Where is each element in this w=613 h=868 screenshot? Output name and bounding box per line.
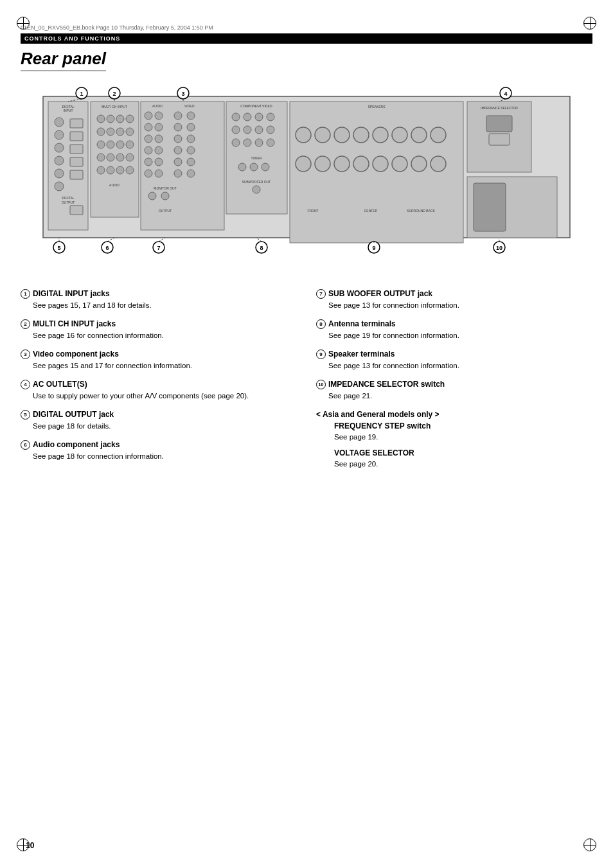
svg-point-22 bbox=[116, 115, 124, 123]
svg-point-56 bbox=[174, 112, 182, 120]
file-info: 01EN_00_RXV550_EB.book Page 10 Thursday,… bbox=[21, 24, 213, 31]
svg-text:9: 9 bbox=[372, 245, 375, 251]
svg-point-25 bbox=[107, 128, 114, 136]
svg-text:INPUT: INPUT bbox=[64, 109, 73, 112]
svg-text:AUDIO: AUDIO bbox=[152, 104, 163, 108]
volt-sel-title: VOLTAGE SELECTOR bbox=[334, 448, 592, 457]
svg-point-75 bbox=[244, 113, 251, 121]
svg-point-48 bbox=[145, 135, 152, 143]
item-5-label: DIGITAL OUTPUT jack bbox=[33, 410, 114, 419]
item-9-label: Speaker terminals bbox=[328, 350, 395, 359]
svg-point-91 bbox=[253, 186, 260, 193]
svg-text:4: 4 bbox=[504, 91, 507, 97]
svg-point-38 bbox=[116, 166, 124, 174]
svg-point-24 bbox=[97, 128, 105, 136]
svg-point-81 bbox=[267, 126, 274, 134]
corner-crosshair-tr bbox=[583, 17, 596, 30]
item-6-desc: See page 18 for connection information. bbox=[33, 451, 297, 461]
svg-point-99 bbox=[392, 127, 407, 143]
svg-point-44 bbox=[145, 112, 152, 120]
svg-point-29 bbox=[107, 141, 114, 148]
svg-text:CENTER: CENTER bbox=[364, 209, 378, 213]
freq-step-desc: See page 19. bbox=[334, 432, 592, 442]
svg-rect-41 bbox=[141, 102, 224, 230]
svg-point-31 bbox=[126, 141, 134, 148]
svg-point-45 bbox=[155, 112, 163, 120]
item-9: 9 Speaker terminals See page 13 for conn… bbox=[316, 350, 592, 371]
svg-rect-11 bbox=[70, 132, 83, 141]
item-10-desc: See page 21. bbox=[328, 391, 592, 401]
item-2: 2 MULTI CH INPUT jacks See page 16 for c… bbox=[21, 319, 297, 341]
svg-point-98 bbox=[373, 127, 388, 143]
svg-point-8 bbox=[55, 169, 64, 178]
svg-point-37 bbox=[107, 166, 114, 174]
svg-point-20 bbox=[97, 115, 105, 123]
svg-point-95 bbox=[315, 127, 330, 143]
svg-point-74 bbox=[232, 113, 240, 121]
svg-text:DIGITAL: DIGITAL bbox=[62, 196, 74, 200]
svg-point-79 bbox=[244, 126, 251, 134]
item-8-label: Antenna terminals bbox=[328, 319, 396, 328]
item-10-num: 10 bbox=[316, 380, 326, 389]
svg-point-46 bbox=[145, 123, 152, 131]
item-5-title: 5 DIGITAL OUTPUT jack bbox=[21, 410, 297, 420]
svg-text:10: 10 bbox=[496, 245, 502, 251]
svg-text:2: 2 bbox=[112, 91, 116, 97]
item-6-num: 6 bbox=[21, 440, 30, 450]
item-6: 6 Audio component jacks See page 18 for … bbox=[21, 440, 297, 461]
item-4-label: AC OUTLET(S) bbox=[33, 380, 87, 389]
svg-rect-14 bbox=[70, 170, 83, 179]
svg-point-101 bbox=[431, 127, 446, 143]
svg-point-96 bbox=[334, 127, 350, 143]
svg-point-64 bbox=[174, 158, 182, 166]
svg-point-6 bbox=[55, 143, 64, 152]
corner-crosshair-br bbox=[583, 838, 596, 851]
svg-point-47 bbox=[155, 123, 163, 131]
section-title: Rear panel bbox=[21, 49, 106, 71]
svg-point-52 bbox=[145, 158, 152, 166]
svg-rect-92 bbox=[290, 102, 463, 243]
item-2-num: 2 bbox=[21, 319, 30, 329]
item-9-num: 9 bbox=[316, 350, 326, 359]
item-7-desc: See page 13 for connection information. bbox=[328, 300, 592, 310]
item-5: 5 DIGITAL OUTPUT jack See page 18 for de… bbox=[21, 410, 297, 431]
content-area: 1 DIGITAL INPUT jacks See pages 15, 17 a… bbox=[21, 289, 592, 836]
svg-text:SURROUND BACK: SURROUND BACK bbox=[407, 209, 436, 213]
item-4: 4 AC OUTLET(S) Use to supply power to yo… bbox=[21, 380, 297, 401]
svg-point-63 bbox=[187, 146, 195, 154]
svg-rect-12 bbox=[70, 145, 83, 154]
svg-point-80 bbox=[255, 126, 263, 134]
svg-point-94 bbox=[296, 127, 311, 143]
svg-text:7: 7 bbox=[157, 245, 160, 251]
svg-point-50 bbox=[145, 146, 152, 154]
svg-text:1: 1 bbox=[80, 91, 83, 97]
svg-point-82 bbox=[232, 139, 240, 146]
svg-line-145 bbox=[159, 238, 165, 242]
svg-point-27 bbox=[126, 128, 134, 136]
svg-point-26 bbox=[116, 128, 124, 136]
svg-point-88 bbox=[250, 163, 258, 171]
svg-rect-115 bbox=[486, 116, 512, 132]
rear-panel-diagram: DIGITAL INPUT DIGITAL OUTPUT MULTI CH IN… bbox=[21, 71, 592, 276]
svg-point-104 bbox=[334, 156, 350, 172]
svg-point-57 bbox=[187, 112, 195, 120]
header-label: CONTROLS AND FUNCTIONS bbox=[24, 35, 120, 42]
svg-point-100 bbox=[411, 127, 427, 143]
svg-point-39 bbox=[126, 166, 134, 174]
svg-point-61 bbox=[187, 135, 195, 143]
item-2-desc: See page 16 for connection information. bbox=[33, 330, 297, 341]
svg-point-32 bbox=[97, 154, 105, 161]
svg-text:OUTPUT: OUTPUT bbox=[159, 209, 172, 213]
svg-point-65 bbox=[187, 158, 195, 166]
item-3: 3 Video component jacks See pages 15 and… bbox=[21, 350, 297, 371]
svg-rect-13 bbox=[70, 157, 83, 166]
svg-point-69 bbox=[148, 192, 156, 200]
svg-point-30 bbox=[116, 141, 124, 148]
svg-point-59 bbox=[187, 123, 195, 131]
item-6-title: 6 Audio component jacks bbox=[21, 440, 297, 450]
svg-point-102 bbox=[296, 156, 311, 172]
svg-rect-118 bbox=[474, 183, 506, 231]
item-10-title: 10 IMPEDANCE SELECTOR switch bbox=[316, 380, 592, 389]
svg-point-53 bbox=[155, 158, 163, 166]
svg-line-144 bbox=[107, 238, 114, 242]
